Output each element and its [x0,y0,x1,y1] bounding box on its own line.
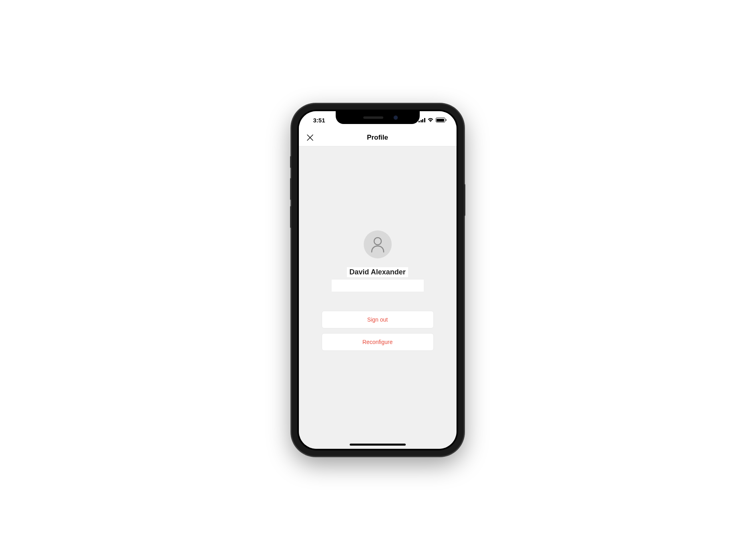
action-buttons: Sign out Reconfigure [322,311,434,351]
avatar[interactable] [364,230,392,258]
mute-switch [290,156,292,168]
volume-up-button [290,178,292,200]
home-indicator[interactable] [350,444,406,446]
wifi-icon [427,118,434,122]
status-icons [419,118,447,122]
power-button [464,184,465,216]
content-area: David Alexander Sign out Reconfigure [299,146,457,449]
navigation-bar: Profile [299,129,457,146]
page-title: Profile [367,134,388,142]
volume-down-button [290,206,292,228]
user-detail-placeholder [332,280,424,292]
close-button[interactable] [304,132,316,143]
person-icon [370,236,385,253]
user-name: David Alexander [347,267,408,277]
phone-inner-bezel: 3:51 [297,110,458,450]
phone-device-frame: 3:51 [292,104,464,456]
status-bar: 3:51 [299,111,457,129]
sign-out-button[interactable]: Sign out [322,311,434,328]
screen: 3:51 [299,111,457,449]
status-time: 3:51 [308,117,325,124]
cellular-signal-icon [419,118,425,122]
reconfigure-button[interactable]: Reconfigure [322,333,434,351]
close-icon [306,134,314,141]
battery-icon [436,118,445,122]
svg-point-2 [374,238,381,245]
